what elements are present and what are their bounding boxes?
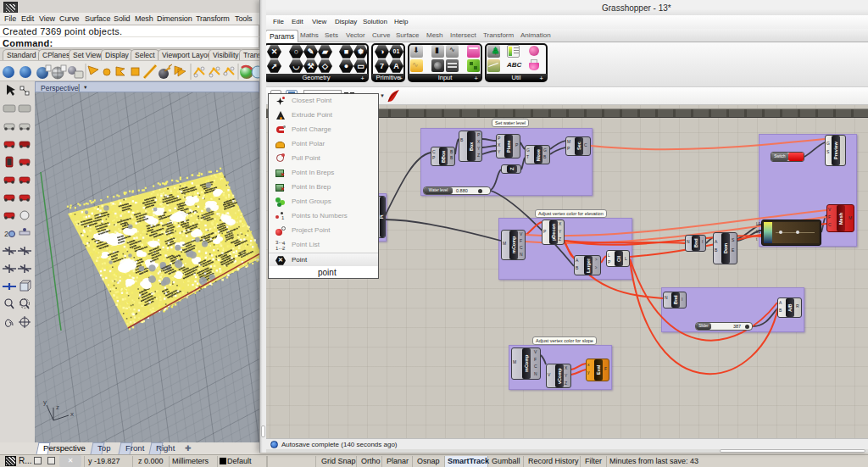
svg-text:x: x [70, 410, 74, 418]
svg-text:z: z [56, 403, 59, 411]
svg-text:y: y [43, 398, 47, 406]
svg-text:2: 2 [4, 230, 8, 238]
